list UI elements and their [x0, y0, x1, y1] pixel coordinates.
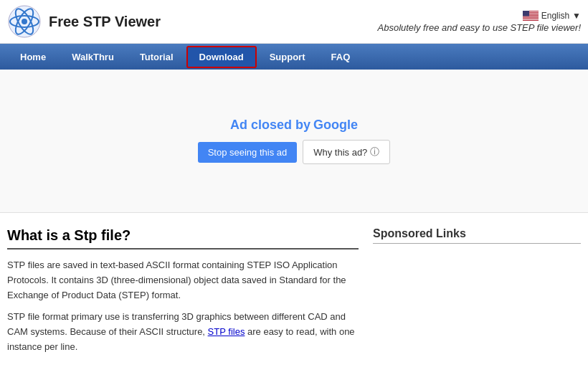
language-dropdown-icon[interactable]: ▼: [572, 11, 581, 21]
why-this-ad-label: Why this ad?: [313, 147, 367, 158]
svg-rect-16: [523, 19, 539, 19]
what-is-stp-heading: What is a Stp file?: [7, 227, 359, 249]
nav-bar: Home WalkThru Tutorial Download Support …: [0, 44, 588, 70]
top-right-area: English ▼ Absolutely free and easy to us…: [378, 11, 582, 33]
svg-rect-13: [523, 16, 539, 17]
nav-item-download[interactable]: Download: [186, 46, 257, 68]
nav-item-faq[interactable]: FAQ: [318, 46, 364, 68]
stop-seeing-button[interactable]: Stop seeing this ad: [198, 142, 298, 163]
ad-buttons: Stop seeing this ad Why this ad? ⓘ: [198, 140, 391, 164]
left-column: What is a Stp file? STP files are saved …: [7, 227, 359, 362]
svg-rect-15: [523, 18, 539, 19]
nav-item-support[interactable]: Support: [257, 46, 318, 68]
logo-area: Free STP Viewer: [7, 4, 161, 39]
svg-rect-14: [523, 17, 539, 18]
why-this-ad-button[interactable]: Why this ad? ⓘ: [303, 140, 390, 164]
flag-icon: [523, 11, 539, 21]
info-icon: ⓘ: [370, 146, 379, 158]
ad-closed-prefix: Ad closed by: [230, 118, 310, 132]
ad-closed-text: Ad closed by Google: [230, 118, 358, 133]
main-content: What is a Stp file? STP files are saved …: [0, 213, 588, 369]
ad-area: Ad closed by Google Stop seeing this ad …: [0, 70, 588, 213]
paragraph-2: STP file format primary use is transferr…: [7, 310, 359, 354]
logo-icon: [7, 4, 42, 39]
language-label: English: [541, 11, 569, 21]
svg-rect-12: [523, 16, 539, 16]
nav-item-walkthru[interactable]: WalkThru: [59, 46, 127, 68]
svg-rect-17: [523, 11, 529, 16]
site-title: Free STP Viewer: [49, 14, 161, 30]
nav-item-tutorial[interactable]: Tutorial: [127, 46, 186, 68]
stp-files-link[interactable]: STP files: [208, 326, 245, 337]
tagline: Absolutely free and easy to use STEP fil…: [378, 22, 582, 33]
svg-point-4: [22, 19, 27, 24]
nav-item-home[interactable]: Home: [7, 46, 59, 68]
top-bar: Free STP Viewer English ▼ Abso: [0, 0, 588, 44]
paragraph-1: STP files are saved in text-based ASCII …: [7, 258, 359, 303]
google-logo-text: Google: [313, 118, 358, 132]
language-selector[interactable]: English ▼: [523, 11, 581, 21]
sponsored-links-heading: Sponsored Links: [373, 227, 581, 244]
right-column: Sponsored Links: [373, 227, 581, 362]
